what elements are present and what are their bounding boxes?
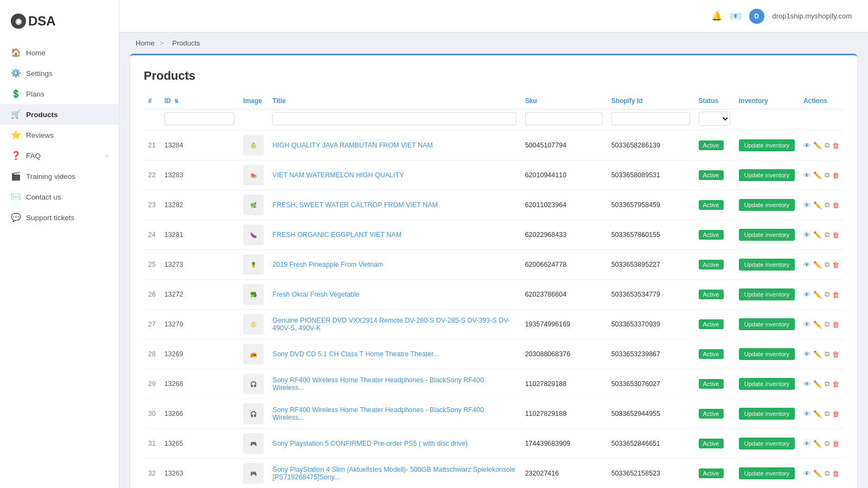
delete-icon[interactable]: 🗑 (832, 142, 839, 150)
product-title-link[interactable]: Sony RF400 Wireless Home Theater Headpho… (272, 406, 484, 421)
update-inventory-button[interactable]: Update inventory (739, 318, 795, 330)
view-icon[interactable]: 👁 (803, 231, 810, 239)
delete-icon[interactable]: 🗑 (832, 320, 839, 329)
product-title-link[interactable]: Sony PlayStation 4 Slim (Aktuellstes Mod… (272, 466, 515, 481)
sidebar-item-faq[interactable]: ❓FAQ› (0, 145, 119, 166)
view-icon[interactable]: 👁 (803, 201, 810, 209)
filter-id-input[interactable] (164, 112, 234, 125)
edit-icon[interactable]: ✏️ (813, 142, 822, 150)
view-icon[interactable]: 👁 (803, 320, 810, 329)
view-icon[interactable]: 👁 (803, 291, 810, 299)
delete-icon[interactable]: 🗑 (832, 380, 839, 388)
product-title-link[interactable]: Sony Playstation 5 CONFIRMED Pre-order P… (272, 440, 468, 447)
delete-icon[interactable]: 🗑 (832, 261, 839, 269)
update-inventory-button[interactable]: Update inventory (739, 348, 795, 360)
sidebar-item-plans[interactable]: 💲Plans (0, 84, 119, 104)
filter-sku-input[interactable] (525, 112, 603, 125)
product-title-link[interactable]: Sony DVD CD 5.1 CH Class T Home Theatre … (272, 350, 439, 358)
copy-icon[interactable]: ⧉ (825, 141, 829, 150)
sidebar-item-training-videos[interactable]: 🎬Training videos (0, 166, 119, 187)
edit-icon[interactable]: ✏️ (813, 171, 822, 179)
copy-icon[interactable]: ⧉ (825, 350, 829, 358)
row-shopify-id: 5033653076027 (607, 369, 694, 399)
filter-title-input[interactable] (272, 112, 516, 125)
copy-icon[interactable]: ⧉ (825, 290, 829, 299)
row-id: 13284 (160, 131, 239, 160)
messages-icon[interactable]: 📧 (730, 11, 741, 21)
row-image: 🍍 (239, 250, 268, 280)
edit-icon[interactable]: ✏️ (813, 470, 822, 478)
view-icon[interactable]: 👁 (803, 142, 810, 150)
table-row: 25 13273 🍍 2019 Fresh Pineapple From Vie… (144, 250, 844, 280)
view-icon[interactable]: 👁 (803, 440, 810, 448)
col-id[interactable]: ID ⇅ (160, 93, 239, 110)
edit-icon[interactable]: ✏️ (813, 201, 822, 209)
nav-label-faq: FAQ (26, 152, 41, 160)
view-icon[interactable]: 👁 (803, 261, 810, 269)
sidebar-item-support-tickets[interactable]: 💬Support tickets (0, 207, 119, 228)
filter-status-select[interactable]: Active (699, 112, 730, 126)
delete-icon[interactable]: 🗑 (832, 470, 839, 478)
edit-icon[interactable]: ✏️ (813, 440, 822, 448)
copy-icon[interactable]: ⧉ (825, 230, 829, 239)
edit-icon[interactable]: ✏️ (813, 261, 822, 269)
update-inventory-button[interactable]: Update inventory (739, 408, 795, 420)
copy-icon[interactable]: ⧉ (825, 201, 829, 209)
delete-icon[interactable]: 🗑 (832, 291, 839, 299)
copy-icon[interactable]: ⧉ (825, 409, 829, 418)
product-title-link[interactable]: FRESH ORGANIC EGGPLANT VIET NAM (272, 231, 401, 239)
view-icon[interactable]: 👁 (803, 410, 810, 418)
update-inventory-button[interactable]: Update inventory (739, 259, 795, 271)
notification-icon[interactable]: 🔔 (711, 11, 722, 21)
edit-icon[interactable]: ✏️ (813, 291, 822, 299)
edit-icon[interactable]: ✏️ (813, 350, 822, 358)
product-title-link[interactable]: Fresh Okra/ Fresh Vegetable (272, 291, 360, 298)
update-inventory-button[interactable]: Update inventory (739, 378, 795, 390)
sidebar-item-contact-us[interactable]: ✉️Contact us (0, 187, 119, 207)
delete-icon[interactable]: 🗑 (832, 410, 839, 418)
product-title-link[interactable]: FRESH, SWEET WATER CALTROP FROM VIET NAM (272, 201, 438, 209)
nav-label-plans: Plans (26, 90, 44, 98)
delete-icon[interactable]: 🗑 (832, 231, 839, 239)
view-icon[interactable]: 👁 (803, 380, 810, 388)
product-title-link[interactable]: VIET NAM WATERMELON HIGH QUALITY (272, 171, 404, 179)
delete-icon[interactable]: 🗑 (832, 350, 839, 358)
copy-icon[interactable]: ⧉ (825, 171, 829, 179)
view-icon[interactable]: 👁 (803, 350, 810, 358)
edit-icon[interactable]: ✏️ (813, 380, 822, 388)
edit-icon[interactable]: ✏️ (813, 231, 822, 239)
update-inventory-button[interactable]: Update inventory (739, 199, 795, 211)
copy-icon[interactable]: ⧉ (825, 469, 829, 478)
sidebar-collapse-btn[interactable]: › (106, 152, 108, 159)
delete-icon[interactable]: 🗑 (832, 440, 839, 448)
row-num: 26 (144, 280, 160, 310)
edit-icon[interactable]: ✏️ (813, 320, 822, 329)
sidebar-item-products[interactable]: 🛒Products (0, 104, 119, 125)
delete-icon[interactable]: 🗑 (832, 201, 839, 209)
update-inventory-button[interactable]: Update inventory (739, 438, 795, 450)
breadcrumb-home[interactable]: Home (136, 39, 155, 47)
view-icon[interactable]: 👁 (803, 171, 810, 179)
update-inventory-button[interactable]: Update inventory (739, 288, 795, 300)
product-title-link[interactable]: 2019 Fresh Pineapple From Vietnam (272, 261, 383, 268)
copy-icon[interactable]: ⧉ (825, 260, 829, 269)
sidebar-item-reviews[interactable]: ⭐Reviews (0, 125, 119, 145)
update-inventory-button[interactable]: Update inventory (739, 467, 795, 479)
copy-icon[interactable]: ⧉ (825, 320, 829, 329)
delete-icon[interactable]: 🗑 (832, 171, 839, 179)
view-icon[interactable]: 👁 (803, 470, 810, 478)
product-title-link[interactable]: Genuine PIONEER DVD VXX2914 Remote DV-28… (272, 317, 510, 332)
filter-shopify-input[interactable] (611, 112, 690, 125)
table-row: 28 13269 📻 Sony DVD CD 5.1 CH Class T Ho… (144, 339, 844, 369)
copy-icon[interactable]: ⧉ (825, 380, 829, 388)
product-title-link[interactable]: HIGH QUALITY JAVA RAMBUTAN FROM VIET NAM (272, 142, 432, 149)
product-title-link[interactable]: Sony RF400 Wireless Home Theater Headpho… (272, 376, 484, 391)
update-inventory-button[interactable]: Update inventory (739, 139, 795, 151)
update-inventory-button[interactable]: Update inventory (739, 229, 795, 241)
copy-icon[interactable]: ⧉ (825, 439, 829, 448)
sidebar-item-settings[interactable]: ⚙️Settings (0, 63, 119, 84)
sidebar-item-home[interactable]: 🏠Home (0, 42, 119, 63)
update-inventory-button[interactable]: Update inventory (739, 169, 795, 181)
row-title: VIET NAM WATERMELON HIGH QUALITY (268, 160, 520, 190)
edit-icon[interactable]: ✏️ (813, 410, 822, 418)
